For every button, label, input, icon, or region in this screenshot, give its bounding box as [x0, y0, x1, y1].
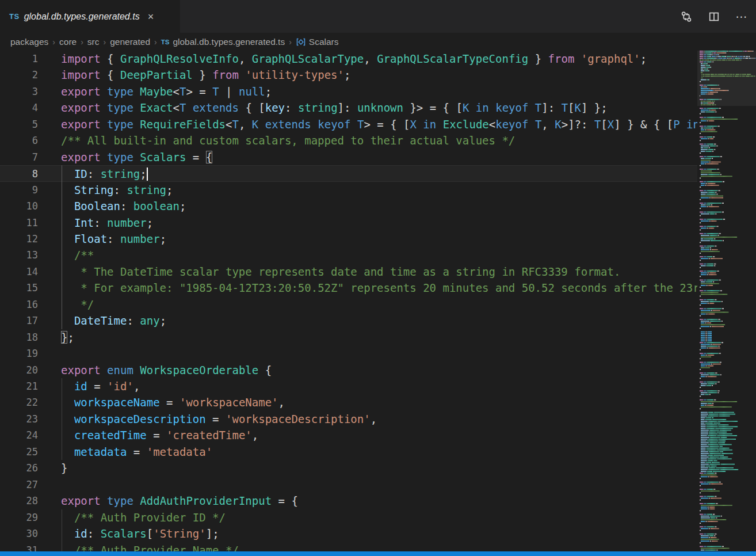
breadcrumb-item-core[interactable]: core: [59, 37, 77, 47]
line-number[interactable]: 2: [0, 67, 38, 83]
chevron-right-icon: ›: [81, 37, 83, 47]
code-token: {: [101, 52, 120, 65]
code-token: Boolean: [74, 200, 120, 212]
code-line-28[interactable]: 28export type AddAuthProviderInput = {: [0, 493, 697, 509]
code-token: [61, 527, 74, 540]
code-line-8[interactable]: 8 ID: string;: [0, 165, 697, 181]
code-line-24[interactable]: 24 createdTime = 'createdTime',: [0, 427, 697, 443]
line-number[interactable]: 20: [0, 362, 38, 378]
code-token: ,: [239, 118, 252, 131]
line-number[interactable]: 5: [0, 116, 38, 132]
line-number[interactable]: 25: [0, 444, 38, 460]
line-number[interactable]: 1: [0, 51, 38, 67]
close-icon[interactable]: ×: [148, 12, 154, 22]
code-line-16[interactable]: 16 */: [0, 296, 697, 313]
code-line-10[interactable]: 10 Boolean: boolean;: [0, 198, 697, 214]
code-token: ;: [166, 184, 173, 196]
line-number[interactable]: 9: [0, 182, 38, 198]
line-number[interactable]: 31: [0, 542, 38, 552]
code-line-text: metadata = 'metadata': [61, 444, 212, 460]
code-line-23[interactable]: 23 workspaceDescription = 'workspaceDesc…: [0, 411, 697, 427]
code-token: key: [265, 101, 285, 114]
code-line-26[interactable]: 26}: [0, 460, 697, 476]
code-token: [: [568, 101, 574, 114]
code-line-text: workspaceName = 'workspaceName',: [61, 394, 285, 410]
code-line-17[interactable]: 17 DateTime: any;: [0, 313, 697, 329]
line-number[interactable]: 6: [0, 132, 38, 148]
line-number[interactable]: 16: [0, 296, 38, 313]
line-number[interactable]: 24: [0, 427, 38, 443]
editor-actions: ⋯: [680, 0, 748, 33]
code-line-12[interactable]: 12 Float: number;: [0, 231, 697, 247]
line-number[interactable]: 10: [0, 198, 38, 214]
code-token: T: [180, 85, 186, 98]
line-number[interactable]: 3: [0, 83, 38, 100]
line-number[interactable]: 14: [0, 264, 38, 280]
code-line-3[interactable]: 3export type Maybe<T> = T | null;: [0, 83, 697, 100]
code-line-11[interactable]: 11 Int: number;: [0, 215, 697, 231]
code-line-30[interactable]: 30 id: Scalars['String'];: [0, 525, 697, 542]
code-token: extends: [265, 118, 311, 131]
line-number[interactable]: 13: [0, 247, 38, 263]
code-line-21[interactable]: 21 id = 'id',: [0, 378, 697, 394]
breadcrumb-item-packages[interactable]: packages: [10, 37, 48, 47]
code-line-13[interactable]: 13 /**: [0, 247, 697, 263]
code-token: ;: [147, 216, 153, 229]
code-token: export: [61, 151, 101, 163]
code-token: any: [140, 314, 159, 327]
line-number[interactable]: 21: [0, 378, 38, 394]
code-line-text: ID: string;: [61, 166, 148, 182]
line-number[interactable]: 4: [0, 100, 38, 116]
code-line-1[interactable]: 1import { GraphQLResolveInfo, GraphQLSca…: [0, 51, 697, 67]
code-editor[interactable]: 1import { GraphQLResolveInfo, GraphQLSca…: [0, 51, 697, 551]
code-line-7[interactable]: 7export type Scalars = {: [0, 149, 697, 165]
line-number[interactable]: 26: [0, 460, 38, 476]
line-number[interactable]: 23: [0, 411, 38, 427]
code-token: [101, 85, 107, 98]
code-line-6[interactable]: 6/** All built-in and custom scalars, ma…: [0, 132, 697, 148]
code-token: [61, 265, 74, 278]
code-line-4[interactable]: 4export type Exact<T extends { [key: str…: [0, 100, 697, 116]
minimap[interactable]: [697, 51, 756, 551]
code-token: ]:: [338, 101, 357, 114]
code-line-27[interactable]: 27: [0, 477, 697, 493]
line-number[interactable]: 18: [0, 329, 38, 345]
code-line-19[interactable]: 19: [0, 345, 697, 361]
code-line-text: Float: number;: [61, 231, 166, 247]
more-actions-icon[interactable]: ⋯: [735, 10, 748, 23]
line-number[interactable]: 17: [0, 313, 38, 329]
code-line-9[interactable]: 9 String: string;: [0, 182, 697, 198]
line-number[interactable]: 30: [0, 525, 38, 542]
code-line-15[interactable]: 15 * For example: "1985-04-12T23:20:50.5…: [0, 280, 697, 296]
code-token: ;: [160, 233, 166, 245]
line-number[interactable]: 22: [0, 394, 38, 410]
line-number[interactable]: 8: [0, 166, 38, 182]
code-line-25[interactable]: 25 metadata = 'metadata': [0, 444, 697, 460]
tab-global-db-types-generated[interactable]: TS global.db.types.generated.ts ×: [0, 0, 180, 33]
code-line-2[interactable]: 2import { DeepPartial } from 'utility-ty…: [0, 67, 697, 83]
code-line-29[interactable]: 29 /** Auth Provider ID */: [0, 509, 697, 525]
minimap-slider[interactable]: [697, 51, 756, 106]
code-line-14[interactable]: 14 * The DateTime scalar type represents…: [0, 264, 697, 280]
line-number[interactable]: 29: [0, 509, 38, 525]
code-line-5[interactable]: 5export type RequireFields<T, K extends …: [0, 116, 697, 132]
split-editor-icon[interactable]: [708, 10, 720, 23]
code-token: { [: [239, 101, 265, 114]
line-number[interactable]: 15: [0, 280, 38, 296]
line-number[interactable]: 12: [0, 231, 38, 247]
code-line-22[interactable]: 22 workspaceName = 'workspaceName',: [0, 394, 697, 410]
breadcrumb-item-global-db-types-generated-ts[interactable]: TSglobal.db.types.generated.ts: [161, 37, 285, 47]
code-line-text: workspaceDescription = 'workspaceDescrip…: [61, 411, 377, 427]
open-changes-icon[interactable]: [680, 10, 693, 23]
breadcrumb-item-scalars[interactable]: Scalars: [296, 37, 339, 47]
breadcrumb-item-generated[interactable]: generated: [110, 37, 150, 47]
code-line-31[interactable]: 31 /** Auth Provider Name */: [0, 542, 697, 552]
line-number[interactable]: 7: [0, 149, 38, 165]
breadcrumb-item-src[interactable]: src: [87, 37, 100, 47]
code-line-20[interactable]: 20export enum WorkspaceOrderable {: [0, 362, 697, 378]
line-number[interactable]: 27: [0, 477, 38, 493]
code-line-18[interactable]: 18};: [0, 329, 697, 345]
line-number[interactable]: 11: [0, 215, 38, 231]
line-number[interactable]: 19: [0, 345, 38, 361]
line-number[interactable]: 28: [0, 493, 38, 509]
